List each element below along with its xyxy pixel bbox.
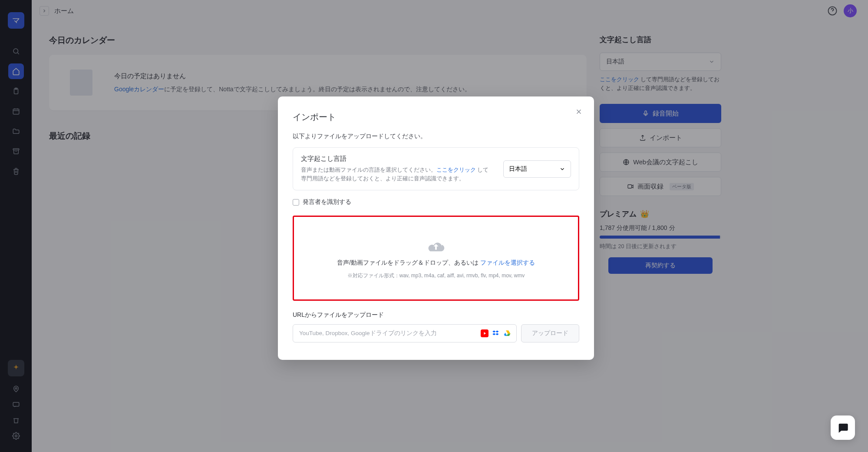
google-drive-icon — [503, 329, 511, 337]
select-value: 日本語 — [509, 165, 527, 173]
modal-lang-title: 文字起こし言語 — [301, 155, 494, 163]
url-upload-button[interactable]: アップロード — [521, 324, 579, 342]
modal-language-select[interactable]: 日本語 — [503, 160, 571, 178]
modal-vocab-link[interactable]: ここをクリック — [436, 167, 476, 173]
modal-close-button[interactable] — [575, 108, 583, 117]
url-input[interactable]: YouTube, Dropbox, Googleドライブのリンクを入力 — [293, 324, 517, 342]
modal-lang-desc: 音声または動画ファイルの言語を選択してください。ここをクリック して専門用語など… — [301, 166, 494, 183]
file-select-link[interactable]: ファイルを選択する — [480, 259, 535, 266]
modal-language-box: 文字起こし言語 音声または動画ファイルの言語を選択してください。ここをクリック … — [293, 147, 579, 190]
chat-bubble-icon — [837, 422, 849, 434]
cloud-upload-icon — [426, 237, 446, 254]
checkbox-label: 発言者を識別する — [303, 198, 351, 206]
dropzone-text: 音声/動画ファイルをドラッグ＆ドロップ、あるいは ファイルを選択する — [337, 259, 535, 267]
close-icon — [575, 108, 583, 116]
url-input-placeholder: YouTube, Dropbox, Googleドライブのリンクを入力 — [299, 329, 437, 337]
modal-subtitle: 以下よりファイルをアップロードしてください。 — [293, 133, 579, 140]
chat-support-button[interactable] — [831, 415, 855, 440]
url-upload-heading: URLからファイルをアップロード — [293, 311, 579, 319]
file-dropzone[interactable]: 音声/動画ファイルをドラッグ＆ドロップ、あるいは ファイルを選択する ※対応ファ… — [296, 219, 576, 298]
youtube-icon — [481, 329, 488, 337]
modal-title: インポート — [293, 111, 579, 123]
speaker-id-checkbox-row[interactable]: 発言者を識別する — [293, 198, 579, 206]
dropzone-formats: ※対応ファイル形式：wav, mp3, m4a, caf, aiff, avi,… — [347, 272, 525, 279]
import-modal: インポート 以下よりファイルをアップロードしてください。 文字起こし言語 音声ま… — [278, 96, 594, 360]
chevron-down-icon — [559, 166, 565, 172]
dropzone-highlight: 音声/動画ファイルをドラッグ＆ドロップ、あるいは ファイルを選択する ※対応ファ… — [293, 216, 579, 301]
checkbox-icon — [293, 199, 299, 206]
dropbox-icon — [492, 329, 500, 337]
